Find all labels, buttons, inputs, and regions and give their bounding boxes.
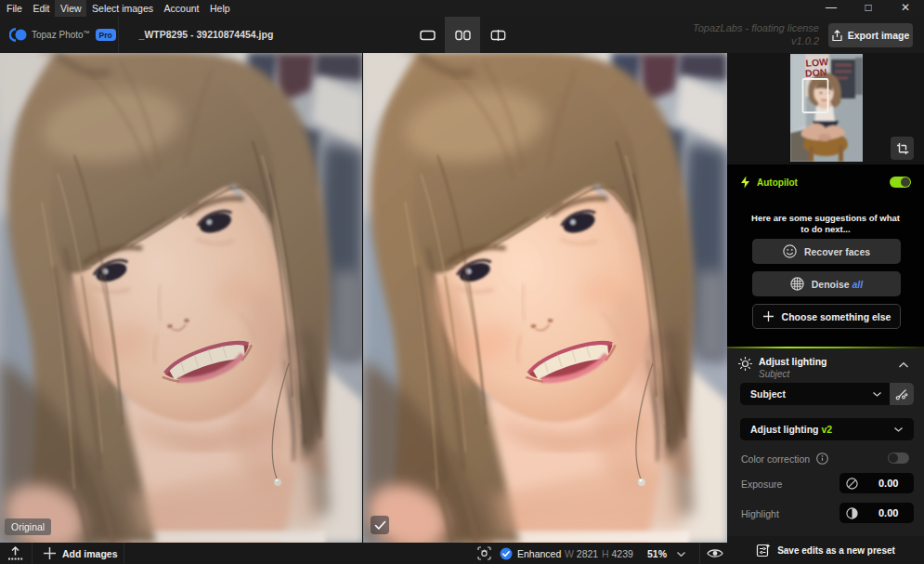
svg-text:DON: DON [805,66,827,79]
